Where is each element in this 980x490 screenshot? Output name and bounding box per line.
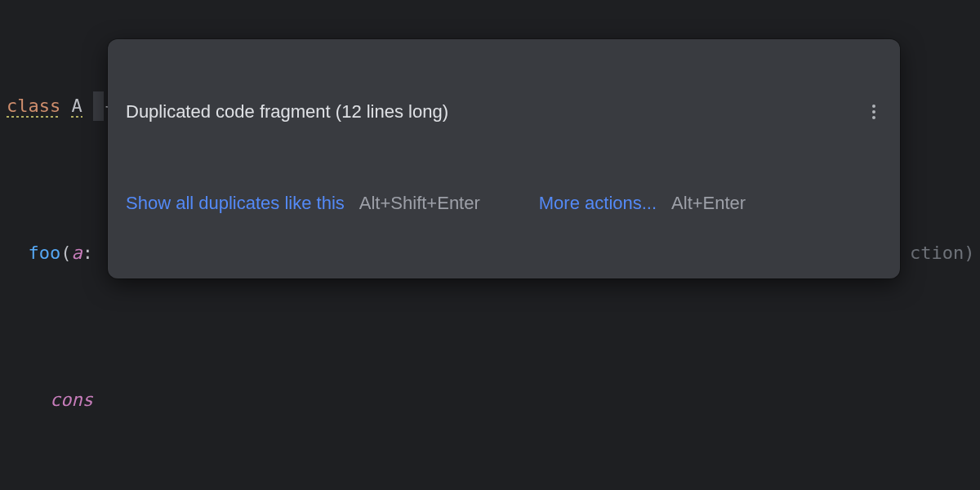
colon: :: [82, 243, 93, 263]
popup-actions: Show all duplicates like this Alt+Shift+…: [126, 192, 882, 216]
popup-header: Duplicated code fragment (12 lines long): [126, 100, 882, 124]
trailing-hint: ction): [910, 243, 974, 263]
more-actions-link[interactable]: More actions...: [539, 192, 657, 216]
param-a: a: [72, 243, 82, 263]
code-editor[interactable]: class A { foo(a:ction) cons cons console…: [0, 0, 980, 490]
more-vertical-icon[interactable]: [866, 104, 882, 120]
more-actions-shortcut: Alt+Enter: [671, 192, 746, 216]
console-partial: cons: [50, 390, 93, 410]
method-name: foo: [29, 243, 61, 263]
paren-open: (: [60, 243, 71, 263]
inspection-popup: Duplicated code fragment (12 lines long)…: [108, 39, 900, 278]
keyword-class: class: [7, 96, 60, 118]
show-all-duplicates-link[interactable]: Show all duplicates like this: [126, 192, 345, 216]
code-line: cons: [7, 385, 980, 415]
popup-title: Duplicated code fragment (12 lines long): [126, 100, 448, 124]
class-name: A: [71, 96, 82, 118]
show-all-shortcut: Alt+Shift+Enter: [359, 192, 480, 216]
caret-position: [93, 91, 104, 121]
